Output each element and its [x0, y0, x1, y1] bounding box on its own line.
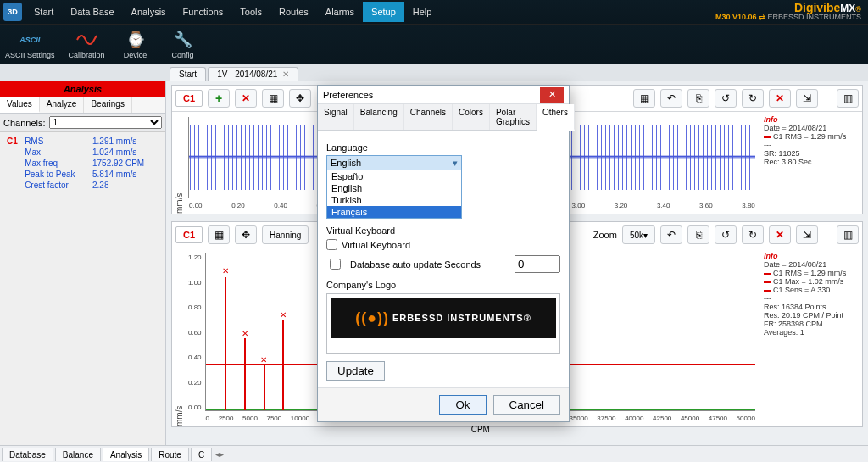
main-menu: Start Data Base Analysis Functions Tools… — [25, 2, 440, 22]
channels-label: Channels: — [3, 118, 46, 128]
db-seconds-input[interactable] — [515, 255, 560, 273]
close-tab-icon[interactable]: ✕ — [282, 70, 289, 79]
bottom-tab-route[interactable]: Route — [151, 448, 189, 461]
tab-colors[interactable]: Colors — [453, 104, 490, 130]
left-sidebar: Analysis Values Analyze Bearings Channel… — [0, 81, 166, 446]
doc-tab-start[interactable]: Start — [170, 67, 206, 81]
tab-channels[interactable]: Channels — [404, 104, 453, 130]
zoom-select[interactable]: 50k ▾ — [622, 225, 655, 244]
brand-version: M30 V10.06 — [715, 13, 757, 21]
update-button[interactable]: Update — [326, 361, 385, 381]
db-auto-update-label: Database auto update Seconds — [350, 259, 481, 270]
virtual-keyboard-checkbox[interactable] — [326, 239, 337, 250]
tool-redo[interactable]: ↻ — [742, 89, 764, 108]
tab-bearings[interactable]: Bearings — [84, 97, 131, 113]
tool-undo[interactable]: ↺ — [715, 89, 737, 108]
tool-copy[interactable]: ⎘ — [687, 89, 709, 108]
lang-option-english[interactable]: English — [327, 182, 461, 194]
channels-select[interactable]: 1 — [49, 116, 162, 129]
tab-analyze[interactable]: Analyze — [40, 97, 85, 113]
brand-block: — ▢ ✕ DigivibeMX® M30 V10.06 ⇄ ERBESSD I… — [715, 0, 861, 21]
document-tabs: Start 1V - 2014/08/21 ✕ — [0, 64, 868, 81]
dialog-close-icon[interactable]: ✕ — [540, 87, 564, 103]
logo-preview: ((●)) ERBESSD INSTRUMENTS® — [326, 293, 560, 354]
brand-vendor: ERBESSD INSTRUMENTS — [767, 13, 861, 21]
ribbon-device[interactable]: ⌚ Device — [119, 26, 153, 63]
dialog-title: Preferences — [323, 90, 373, 100]
sidebar-title: Analysis — [0, 81, 165, 97]
fft-pin[interactable]: ⇲ — [796, 225, 818, 244]
wrench-icon: 🔧 — [173, 31, 193, 49]
lang-option-turkish[interactable]: Turkish — [327, 194, 461, 206]
ribbon-config[interactable]: 🔧 Config — [166, 26, 200, 63]
menu-database[interactable]: Data Base — [62, 2, 122, 22]
sidebar-tabs: Values Analyze Bearings — [0, 97, 165, 114]
ribbon-toolbar: ASCII ASCII Settings Calibration ⌚ Devic… — [0, 24, 868, 64]
app-icon: 3D — [3, 3, 22, 21]
tool-del[interactable]: ✕ — [769, 89, 791, 108]
menu-analysis[interactable]: Analysis — [123, 2, 175, 22]
chart2-xlabel: CPM — [471, 425, 490, 434]
ascii-icon: ASCII — [19, 31, 40, 49]
menu-help[interactable]: Help — [404, 2, 441, 22]
dialog-tabs: Signal Balancing Channels Colors Polar G… — [318, 104, 569, 131]
tab-polar[interactable]: Polar Graphics — [490, 104, 537, 130]
ribbon-label: Calibration — [69, 51, 105, 59]
hanning-select[interactable]: Hanning — [262, 225, 309, 244]
tool-back[interactable]: ↶ — [660, 89, 682, 108]
remove-button[interactable]: ✕ — [235, 89, 257, 108]
tab-balancing[interactable]: Balancing — [354, 104, 404, 130]
cancel-button[interactable]: Cancel — [493, 395, 561, 415]
pulse-icon: ((●)) — [355, 309, 389, 327]
ribbon-ascii-settings[interactable]: ASCII ASCII Settings — [5, 26, 55, 63]
logo-label: Company's Logo — [326, 280, 560, 290]
ok-button[interactable]: Ok — [439, 395, 486, 415]
ribbon-label: Device — [124, 51, 147, 59]
bottom-scroll-right[interactable]: ▸ — [220, 449, 224, 459]
menu-routes[interactable]: Routes — [270, 2, 317, 22]
cursor-button[interactable]: ✥ — [289, 89, 311, 108]
add-button[interactable]: + — [208, 89, 230, 108]
lang-option-francais[interactable]: Français — [327, 206, 461, 218]
fft-del[interactable]: ✕ — [769, 225, 791, 244]
tool-pin[interactable]: ⇲ — [796, 89, 818, 108]
bottom-tab-c[interactable]: C — [191, 448, 212, 461]
fft-grid[interactable]: ▦ — [208, 225, 230, 244]
fft-copy[interactable]: ⎘ — [687, 225, 709, 244]
bottom-tab-balance[interactable]: Balance — [55, 448, 101, 461]
zoom-label: Zoom — [593, 230, 617, 240]
fft-cursor[interactable]: ✥ — [235, 225, 257, 244]
grid-button[interactable]: ▦ — [262, 89, 284, 108]
menu-start[interactable]: Start — [25, 2, 62, 22]
bottom-tab-database[interactable]: Database — [2, 448, 53, 461]
tab-others[interactable]: Others — [537, 104, 575, 131]
menu-bar: 3D Start Data Base Analysis Functions To… — [0, 0, 868, 24]
lang-option-espanol[interactable]: Español — [327, 170, 461, 182]
ribbon-calibration[interactable]: Calibration — [69, 26, 105, 63]
tool-more[interactable]: ▥ — [837, 89, 859, 108]
tab-signal[interactable]: Signal — [318, 104, 354, 130]
menu-functions[interactable]: Functions — [175, 2, 232, 22]
bottom-tab-analysis[interactable]: Analysis — [103, 448, 149, 461]
db-auto-update-checkbox[interactable] — [330, 259, 341, 270]
menu-tools[interactable]: Tools — [231, 2, 270, 22]
c1-badge: C1 — [175, 90, 203, 107]
menu-setup[interactable]: Setup — [363, 2, 404, 22]
stats-panel: C1RMS1.291 mm/s Max1.024 mm/s Max freq17… — [0, 132, 165, 194]
fft-undo[interactable]: ↺ — [715, 225, 737, 244]
chart1-info: Info Date = 2014/08/21 C1 RMS = 1.29 mm/… — [760, 112, 862, 214]
preferences-dialog: Preferences ✕ Signal Balancing Channels … — [317, 85, 570, 422]
fft-more[interactable]: ▥ — [837, 225, 859, 244]
chart1-ylabel: mm/s — [172, 112, 186, 214]
language-select[interactable]: English — [326, 155, 462, 170]
tool-grid2[interactable]: ▦ — [633, 89, 655, 108]
menu-alarms[interactable]: Alarms — [317, 2, 363, 22]
doc-tab-1v[interactable]: 1V - 2014/08/21 ✕ — [208, 67, 298, 81]
tab-values[interactable]: Values — [0, 97, 40, 113]
language-dropdown: Español English Turkish Français — [326, 170, 462, 219]
fft-back[interactable]: ↶ — [660, 225, 682, 244]
vk-heading: Virtual Keyboard — [326, 225, 560, 236]
bottom-tabs: Database Balance Analysis Route C ◂ ▸ — [0, 445, 868, 462]
wave-icon — [76, 31, 97, 49]
fft-redo[interactable]: ↻ — [742, 225, 764, 244]
